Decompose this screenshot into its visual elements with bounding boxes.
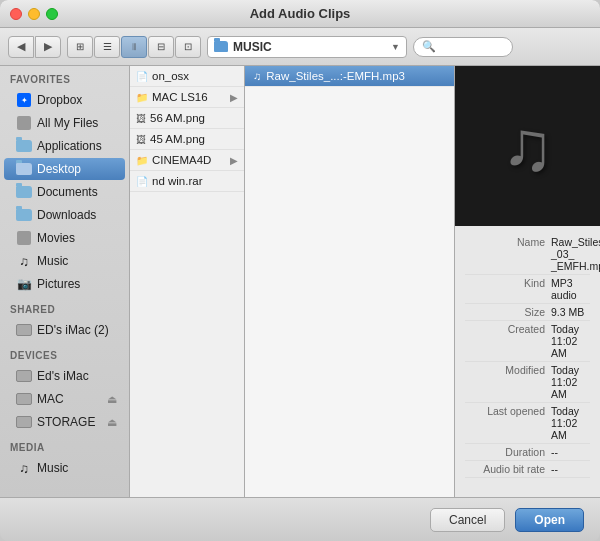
sidebar-item-label: MAC: [37, 392, 107, 406]
created-label: Created: [465, 323, 545, 359]
sidebar-item-label: Movies: [37, 231, 75, 245]
close-button[interactable]: [10, 8, 22, 20]
sidebar-item-label: Pictures: [37, 277, 80, 291]
bottom-bar: Cancel Open: [0, 497, 600, 541]
pictures-icon: 📷: [16, 276, 32, 292]
bitrate-value: --: [551, 463, 558, 475]
nav-buttons: ◀ ▶: [8, 36, 61, 58]
sidebar-item-allfiles[interactable]: All My Files: [4, 112, 125, 134]
file-icon: 🖼: [136, 134, 146, 145]
sidebar-item-label: Documents: [37, 185, 98, 199]
view-buttons: ⊞ ☰ ⫴ ⊟ ⊡: [67, 36, 201, 58]
sidebar-item-label: Dropbox: [37, 93, 82, 107]
devices-header: DEVICES: [0, 342, 129, 364]
list-view-button[interactable]: ☰: [94, 36, 120, 58]
downloads-icon: [16, 207, 32, 223]
window-title: Add Audio Clips: [250, 6, 351, 21]
list-item[interactable]: 🖼 56 AM.png: [130, 108, 244, 129]
list-item[interactable]: 📄 on_osx: [130, 66, 244, 87]
size-label: Size: [465, 306, 545, 318]
folder-icon: 📁: [136, 155, 148, 166]
sidebar-item-dropbox[interactable]: ✦ Dropbox: [4, 89, 125, 111]
sidebar: FAVORITES ✦ Dropbox All My Files Applica…: [0, 66, 130, 497]
shared-header: SHARED: [0, 296, 129, 318]
folder-dropdown[interactable]: MUSIC ▼: [207, 36, 407, 58]
sidebar-item-label: Downloads: [37, 208, 96, 222]
name-value: Raw_Stiles_-_03_ _EMFH.mp3: [551, 236, 600, 272]
hdd-icon: [16, 391, 32, 407]
music-icon: ♫: [16, 253, 32, 269]
last-opened-value: Today 11:02 AM: [551, 405, 590, 441]
folder-icon: [214, 41, 228, 52]
desktop-icon: [16, 161, 32, 177]
arrow-right-icon: ▶: [230, 155, 238, 166]
info-row-name: Name Raw_Stiles_-_03_ _EMFH.mp3: [465, 234, 590, 275]
last-opened-label: Last opened: [465, 405, 545, 441]
info-row-kind: Kind MP3 audio: [465, 275, 590, 304]
icon-view-button[interactable]: ⊞: [67, 36, 93, 58]
sidebar-item-eds-imac-dev[interactable]: Ed's iMac: [4, 365, 125, 387]
grid-view-button[interactable]: ⊡: [175, 36, 201, 58]
file-icon: 📄: [136, 176, 148, 187]
sidebar-item-desktop[interactable]: Desktop: [4, 158, 125, 180]
info-row-created: Created Today 11:02 AM: [465, 321, 590, 362]
sidebar-item-label: Ed's iMac: [37, 369, 89, 383]
info-row-bitrate: Audio bit rate --: [465, 461, 590, 478]
sidebar-item-storage-dev[interactable]: STORAGE ⏏: [4, 411, 125, 433]
sidebar-item-eds-imac-shared[interactable]: ED's iMac (2): [4, 319, 125, 341]
kind-value: MP3 audio: [551, 277, 590, 301]
list-item[interactable]: 🖼 45 AM.png: [130, 129, 244, 150]
list-item[interactable]: ♫ Raw_Stiles_...:-EMFH.mp3: [245, 66, 454, 87]
back-button[interactable]: ◀: [8, 36, 34, 58]
music-file-icon: ♫: [253, 70, 261, 82]
toolbar: ◀ ▶ ⊞ ☰ ⫴ ⊟ ⊡ MUSIC ▼ 🔍: [0, 28, 600, 66]
hdd-icon: [16, 368, 32, 384]
cancel-button[interactable]: Cancel: [430, 508, 505, 532]
modified-label: Modified: [465, 364, 545, 400]
name-label: Name: [465, 236, 545, 272]
sidebar-item-pictures[interactable]: 📷 Pictures: [4, 273, 125, 295]
sidebar-item-movies[interactable]: Movies: [4, 227, 125, 249]
maximize-button[interactable]: [46, 8, 58, 20]
column-view-button[interactable]: ⫴: [121, 36, 147, 58]
main-content: FAVORITES ✦ Dropbox All My Files Applica…: [0, 66, 600, 497]
sidebar-item-downloads[interactable]: Downloads: [4, 204, 125, 226]
arrow-right-icon: ▶: [230, 92, 238, 103]
sidebar-item-music[interactable]: ♫ Music: [4, 250, 125, 272]
bitrate-label: Audio bit rate: [465, 463, 545, 475]
list-item[interactable]: 📁 CINEMA4D ▶: [130, 150, 244, 171]
sidebar-item-applications[interactable]: Applications: [4, 135, 125, 157]
open-button[interactable]: Open: [515, 508, 584, 532]
info-row-duration: Duration --: [465, 444, 590, 461]
kind-label: Kind: [465, 277, 545, 301]
dropbox-icon: ✦: [16, 92, 32, 108]
sidebar-item-label: ED's iMac (2): [37, 323, 109, 337]
eject-icon[interactable]: ⏏: [107, 416, 117, 429]
music-file-name: Raw_Stiles_...:-EMFH.mp3: [266, 70, 405, 82]
file-icon: 🖼: [136, 113, 146, 124]
coverflow-view-button[interactable]: ⊟: [148, 36, 174, 58]
search-box[interactable]: 🔍: [413, 37, 513, 57]
sidebar-item-documents[interactable]: Documents: [4, 181, 125, 203]
forward-button[interactable]: ▶: [35, 36, 61, 58]
documents-icon: [16, 184, 32, 200]
sidebar-item-music-media[interactable]: ♫ Music: [4, 457, 125, 479]
minimize-button[interactable]: [28, 8, 40, 20]
folder-icon: 📁: [136, 92, 148, 103]
list-item[interactable]: 📁 MAC LS16 ▶: [130, 87, 244, 108]
file-icon: 📄: [136, 71, 148, 82]
info-row-last-opened: Last opened Today 11:02 AM: [465, 403, 590, 444]
media-header: MEDIA: [0, 434, 129, 456]
info-row-size: Size 9.3 MB: [465, 304, 590, 321]
preview-pane: ♫ Name Raw_Stiles_-_03_ _EMFH.mp3 Kind M…: [455, 66, 600, 497]
file-info: Name Raw_Stiles_-_03_ _EMFH.mp3 Kind MP3…: [455, 226, 600, 497]
folder-name: MUSIC: [233, 40, 387, 54]
sidebar-item-label: Applications: [37, 139, 102, 153]
eject-icon[interactable]: ⏏: [107, 393, 117, 406]
sidebar-item-mac-dev[interactable]: MAC ⏏: [4, 388, 125, 410]
music-media-icon: ♫: [16, 460, 32, 476]
duration-label: Duration: [465, 446, 545, 458]
search-icon: 🔍: [422, 40, 436, 53]
list-item[interactable]: 📄 nd win.rar: [130, 171, 244, 192]
favorites-header: FAVORITES: [0, 66, 129, 88]
